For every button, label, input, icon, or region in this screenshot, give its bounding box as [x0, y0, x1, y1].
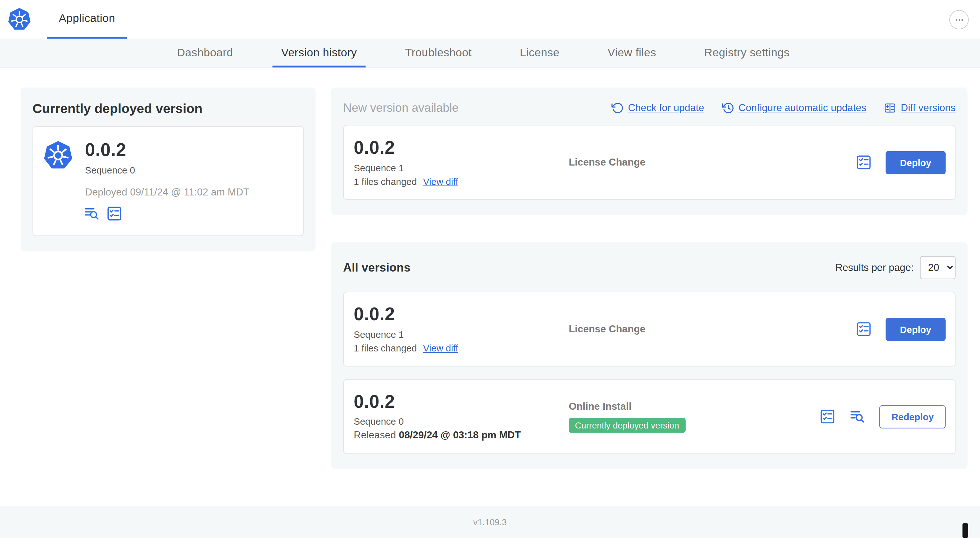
- version-number: 0.0.2: [354, 305, 569, 325]
- more-options-button[interactable]: [950, 10, 969, 29]
- deployed-date: Deployed 09/11/24 @ 11:02 am MDT: [85, 187, 292, 198]
- preflight-checks-button[interactable]: [106, 205, 123, 222]
- preflight-checks-icon: [856, 154, 872, 171]
- new-version-row: 0.0.2 Sequence 1 1 files changed View di…: [343, 125, 956, 200]
- currently-deployed-badge: Currently deployed version: [569, 417, 685, 432]
- kubernetes-logo: [43, 140, 73, 170]
- release-notes-icon: [850, 408, 866, 425]
- configure-automatic-updates-link[interactable]: Configure automatic updates: [722, 102, 866, 114]
- files-changed-label: 1 files changed: [354, 343, 417, 353]
- sequence-label: Sequence 1: [354, 162, 569, 173]
- version-source-label: License Change: [569, 157, 856, 168]
- app-footer: v1.109.3: [0, 506, 980, 538]
- version-number: 0.0.2: [85, 140, 135, 160]
- configure-automatic-updates-label: Configure automatic updates: [738, 103, 866, 114]
- tab-troubleshoot[interactable]: Troubleshoot: [396, 40, 480, 68]
- redeploy-button[interactable]: Redeploy: [880, 405, 946, 428]
- app-tab-application[interactable]: Application: [47, 0, 127, 39]
- right-column: New version available Check for update C…: [331, 87, 967, 469]
- scrollbar-thumb[interactable]: [963, 523, 968, 538]
- all-versions-panel: All versions Results per page: 20 0.0.2 …: [331, 242, 967, 469]
- diff-versions-link[interactable]: Diff versions: [884, 102, 956, 114]
- release-notes-icon: [84, 205, 100, 222]
- tab-registry-settings[interactable]: Registry settings: [695, 40, 799, 68]
- app-header: Application: [0, 0, 980, 40]
- files-changed-label: 1 files changed: [354, 176, 417, 187]
- preflight-checks-icon: [106, 205, 123, 222]
- all-versions-heading: All versions: [343, 261, 410, 275]
- tab-license[interactable]: License: [511, 40, 568, 68]
- view-diff-link[interactable]: View diff: [423, 176, 458, 187]
- deployed-version-card: 0.0.2 Sequence 0 Deployed 09/11/24 @ 11:…: [32, 126, 304, 236]
- release-notes-button[interactable]: [850, 408, 866, 425]
- refresh-icon: [611, 102, 624, 114]
- check-for-update-label: Check for update: [628, 103, 704, 114]
- new-version-heading: New version available: [343, 101, 459, 115]
- page: Application Dashboard Version history Tr…: [0, 0, 980, 538]
- app-version-label: v1.109.3: [473, 517, 507, 527]
- currently-deployed-panel: Currently deployed version 0.0.2 Sequenc…: [21, 87, 316, 251]
- sequence-label: Sequence 0: [85, 165, 135, 175]
- schedule-icon: [722, 102, 734, 114]
- tab-version-history[interactable]: Version history: [272, 40, 366, 68]
- diff-icon: [884, 102, 896, 114]
- version-info: 0.0.2 Sequence 0: [85, 140, 135, 175]
- new-version-panel: New version available Check for update C…: [331, 87, 967, 215]
- tab-dashboard[interactable]: Dashboard: [168, 40, 242, 68]
- version-row: 0.0.2 Sequence 0 Released 08/29/24 @ 03:…: [343, 379, 956, 454]
- released-date: 08/29/24 @ 03:18 pm MDT: [399, 430, 521, 441]
- preflight-checks-button[interactable]: [856, 154, 872, 171]
- preflight-checks-icon: [856, 321, 872, 337]
- version-row: 0.0.2 Sequence 1 1 files changed View di…: [343, 292, 956, 367]
- version-number: 0.0.2: [354, 392, 569, 412]
- app-tab-label: Application: [59, 12, 115, 25]
- tab-view-files[interactable]: View files: [599, 40, 665, 68]
- currently-deployed-heading: Currently deployed version: [32, 101, 304, 116]
- deploy-button[interactable]: Deploy: [886, 151, 946, 174]
- version-source-label: License Change: [569, 324, 856, 335]
- version-source-label: Online Install: [569, 400, 820, 412]
- secondary-nav: Dashboard Version history Troubleshoot L…: [0, 40, 980, 68]
- main-content: Currently deployed version 0.0.2 Sequenc…: [0, 68, 980, 469]
- sequence-label: Sequence 0: [354, 416, 569, 427]
- sequence-label: Sequence 1: [354, 329, 569, 340]
- version-number: 0.0.2: [354, 138, 569, 158]
- preflight-checks-button[interactable]: [820, 408, 836, 425]
- release-notes-button[interactable]: [84, 205, 100, 222]
- check-for-update-link[interactable]: Check for update: [611, 102, 704, 114]
- kubernetes-logo: [8, 8, 32, 32]
- version-actions: Check for update Configure automatic upd…: [611, 102, 956, 114]
- diff-versions-label: Diff versions: [900, 103, 956, 114]
- deploy-button[interactable]: Deploy: [886, 318, 946, 341]
- results-per-page-select[interactable]: 20: [920, 256, 956, 279]
- released-label: Released: [354, 430, 396, 441]
- results-per-page: Results per page: 20: [835, 256, 956, 279]
- results-per-page-label: Results per page:: [835, 262, 914, 273]
- view-diff-link[interactable]: View diff: [423, 343, 458, 353]
- ellipsis-icon: [953, 14, 965, 25]
- preflight-checks-button[interactable]: [856, 321, 872, 337]
- preflight-checks-icon: [820, 408, 836, 425]
